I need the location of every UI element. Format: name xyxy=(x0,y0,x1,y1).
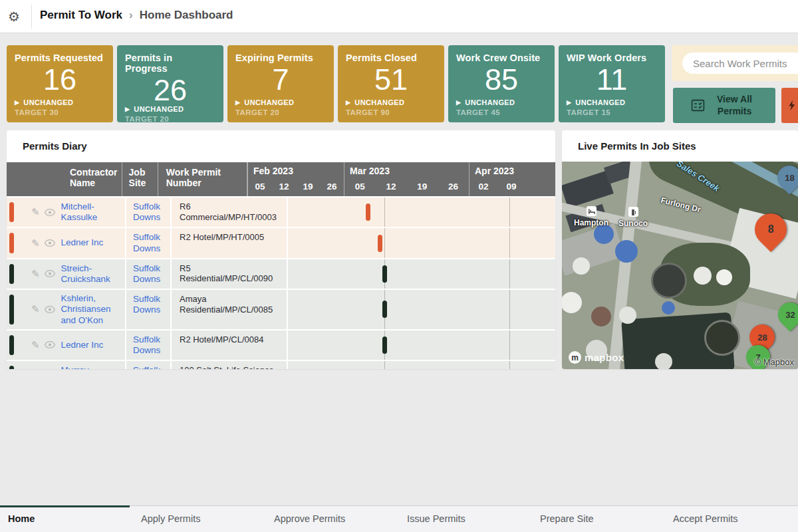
month-header-feb: Feb 2023 xyxy=(247,162,344,180)
gantt-cell xyxy=(288,198,555,227)
map-tank xyxy=(591,307,611,327)
job-site-link[interactable]: Suffolk Downs xyxy=(126,198,172,227)
map-copyright[interactable]: © Mapbox xyxy=(755,357,794,367)
job-site-link[interactable]: Suffolk Downs xyxy=(126,228,172,257)
kpi-trend: ▶UNCHANGED xyxy=(567,98,657,106)
gantt-mark[interactable] xyxy=(382,336,387,354)
job-site-link[interactable]: Suffolk Downs xyxy=(126,361,172,369)
kpi-label: Permits Requested xyxy=(15,53,105,63)
permit-number: Amaya Residential/MP/CL/0085 xyxy=(172,290,288,329)
column-header-contractor[interactable]: Contractor Name xyxy=(7,162,122,196)
tab-apply-permits[interactable]: Apply Permits xyxy=(133,506,266,532)
mapbox-logo[interactable]: m mapbox xyxy=(569,351,624,364)
status-bar xyxy=(9,233,14,253)
kpi-target: TARGET 15 xyxy=(567,108,657,116)
header-divider xyxy=(31,5,32,29)
kpi-label: Work Crew Onsite xyxy=(456,53,547,63)
permit-number: R6 Commercial/MP/HT/0003 xyxy=(172,198,288,227)
kpi-target: TARGET 90 xyxy=(346,108,436,116)
map-tank xyxy=(615,240,638,263)
view-all-permits-label: View All Permits xyxy=(712,94,758,117)
kpi-target: TARGET 20 xyxy=(235,108,326,116)
kpi-card-expiring-permits[interactable]: Expiring Permits 7 ▶UNCHANGED TARGET 20 xyxy=(227,45,334,122)
hotel-icon xyxy=(587,206,597,216)
edit-pencil-icon[interactable]: ✎ xyxy=(31,268,40,280)
kpi-card-permits-requested[interactable]: Permits Requested 16 ▶UNCHANGED TARGET 3… xyxy=(7,45,113,122)
app-title[interactable]: Permit To Work xyxy=(40,9,122,22)
kpi-target: TARGET 45 xyxy=(456,108,547,116)
view-eye-icon[interactable] xyxy=(45,209,55,216)
map-tank xyxy=(619,307,636,324)
kpi-trend: ▶UNCHANGED xyxy=(235,98,326,106)
edit-pencil-icon[interactable]: ✎ xyxy=(31,206,40,218)
contractor-link[interactable]: Mitchell-Kassulke xyxy=(61,201,117,223)
map-label-hotel: Hampton xyxy=(574,218,608,227)
view-eye-icon[interactable] xyxy=(45,270,55,277)
view-eye-icon[interactable] xyxy=(45,341,55,348)
status-bar xyxy=(9,295,14,325)
live-permits-title: Live Permits In Job Sites xyxy=(562,130,798,162)
kpi-value: 11 xyxy=(567,65,657,98)
edit-pencil-icon[interactable]: ✎ xyxy=(31,339,40,351)
edit-pencil-icon[interactable]: ✎ xyxy=(31,237,40,249)
gantt-mark[interactable] xyxy=(366,203,370,221)
date-headers-mar: 0512 1926 xyxy=(344,180,469,196)
contractor-link[interactable]: Kshlerin, Christiansen and O'Kon xyxy=(61,293,117,326)
map-tank xyxy=(651,263,687,299)
edit-pencil-icon[interactable]: ✎ xyxy=(31,303,40,315)
kpi-card-wip-work-orders[interactable]: WIP Work Orders 11 ▶UNCHANGED TARGET 15 xyxy=(559,45,665,122)
tab-accept-permits[interactable]: Accept Permits xyxy=(665,506,798,532)
contractor-link[interactable]: Ledner Inc xyxy=(61,237,117,248)
map-label-fuel: Sunoco xyxy=(618,219,648,228)
contractor-link[interactable]: Ledner Inc xyxy=(61,340,117,350)
tab-issue-permits[interactable]: Issue Permits xyxy=(399,506,532,532)
column-header-job-site[interactable]: Job Site xyxy=(122,162,158,196)
month-header-apr: Apr 2023 xyxy=(469,162,555,180)
contractor-link[interactable]: Streich-Cruickshank xyxy=(61,263,117,285)
kpi-value: 16 xyxy=(15,65,105,98)
live-permits-panel: Live Permits In Job Sites Hampton xyxy=(562,130,798,369)
job-site-link[interactable]: Suffolk Downs xyxy=(126,259,172,289)
map-tank xyxy=(662,301,675,315)
date-headers-apr: 0209 xyxy=(469,180,555,196)
satellite-map[interactable]: Hampton Sunoco Furlong Dr Sales Creek 18… xyxy=(562,162,798,369)
table-row: ✎ Murray-Pouros Suffolk Downs 100 Salt S… xyxy=(7,360,555,369)
table-row: ✎ Kshlerin, Christiansen and O'Kon Suffo… xyxy=(7,289,555,329)
kpi-card-permits-closed[interactable]: Permits Closed 51 ▶UNCHANGED TARGET 90 xyxy=(338,45,444,122)
settings-gear-icon[interactable]: ⚙ xyxy=(8,9,20,25)
play-icon: ▶ xyxy=(456,99,461,106)
kpi-trend: ▶UNCHANGED xyxy=(15,98,105,106)
gantt-mark[interactable] xyxy=(382,301,387,318)
job-site-link[interactable]: Suffolk Downs xyxy=(126,290,172,329)
kpi-trend: ▶UNCHANGED xyxy=(125,105,215,113)
gantt-mark[interactable] xyxy=(378,235,382,252)
kpi-card-work-crew-onsite[interactable]: Work Crew Onsite 85 ▶UNCHANGED TARGET 45 xyxy=(448,45,555,122)
page-title: Home Dashboard xyxy=(140,9,233,22)
kpi-value: 51 xyxy=(346,65,436,98)
tab-home[interactable]: Home xyxy=(0,506,133,532)
map-tank xyxy=(562,292,582,313)
map-tank xyxy=(704,320,740,356)
view-eye-icon[interactable] xyxy=(45,306,55,313)
play-icon: ▶ xyxy=(125,106,130,112)
contractor-link[interactable]: Murray-Pouros xyxy=(61,365,117,369)
column-header-permit-number[interactable]: Work Permit Number xyxy=(158,162,247,196)
table-row: ✎ Ledner Inc Suffolk Downs R2 Hotel/MP/C… xyxy=(7,329,555,360)
checklist-icon xyxy=(691,98,705,112)
gantt-mark[interactable] xyxy=(382,265,387,283)
gantt-timeline-header: Feb 2023 Mar 2023 Apr 2023 0512 1926 051… xyxy=(247,162,555,196)
table-row: ✎ Mitchell-Kassulke Suffolk Downs R6 Com… xyxy=(7,196,555,227)
tab-prepare-site[interactable]: Prepare Site xyxy=(532,506,665,532)
permit-number: R5 Residential/MP/CL/0090 xyxy=(172,259,288,289)
job-site-link[interactable]: Suffolk Downs xyxy=(126,331,172,360)
tab-approve-permits[interactable]: Approve Permits xyxy=(266,506,399,532)
view-all-permits-button[interactable]: View All Permits xyxy=(673,88,775,123)
permits-diary-table: Contractor Name Job Site Work Permit Num… xyxy=(7,162,555,369)
partially-visible-action-button[interactable] xyxy=(781,88,798,123)
kpi-value: 85 xyxy=(456,65,547,98)
search-input[interactable] xyxy=(682,53,798,74)
map-tank xyxy=(655,353,672,369)
map-tank xyxy=(694,267,712,285)
view-eye-icon[interactable] xyxy=(45,239,55,247)
kpi-card-permits-in-progress[interactable]: Permits in Progress 26 ▶UNCHANGED TARGET… xyxy=(117,45,223,122)
